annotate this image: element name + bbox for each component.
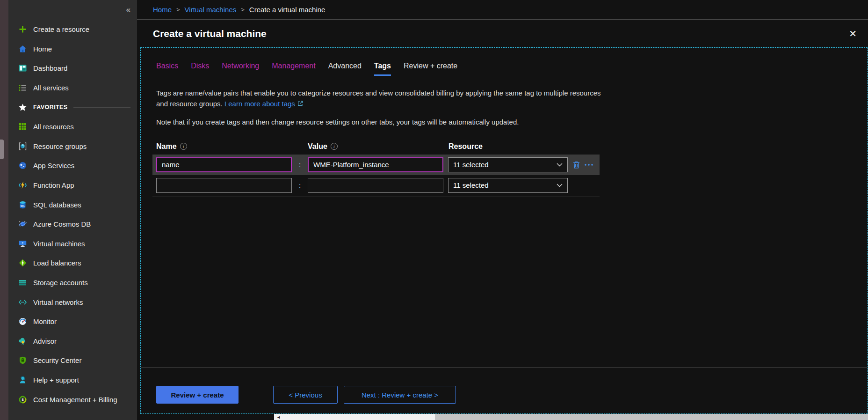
tags-table-header: NameiValueiResource [152,139,867,155]
sidebar-item-label: Azure Cosmos DB [33,220,91,228]
sidebar-item-app-services[interactable]: App Services [8,156,137,176]
sidebar-item-help-support[interactable]: Help + support [8,370,137,390]
grid-icon [18,122,27,131]
tab-management[interactable]: Management [272,62,315,76]
main-area: Home>Virtual machines>Create a virtual m… [137,0,868,420]
horizontal-scrollbar[interactable]: ◄ [274,414,868,420]
resource-select-value: 11 selected [453,161,557,169]
sidebar-item-label: FAVORITES [33,104,68,111]
tag-row: :11 selected [152,175,600,196]
sidebar-item-all-resources[interactable]: All resources [8,117,137,137]
sidebar-item-label: All resources [33,123,74,131]
colon-separator: : [292,161,308,169]
tags-table: NameiValueiResource :11 selected:11 sele… [156,139,867,197]
breadcrumb-item-virtual-machines[interactable]: Virtual machines [185,6,237,14]
review-create-button[interactable]: Review + create [156,386,239,404]
resource-select[interactable]: 11 selected [448,157,568,172]
tab-basics[interactable]: Basics [156,62,178,76]
info-icon[interactable]: i [331,143,338,150]
footer-divider [141,368,868,368]
breadcrumb-item-home[interactable]: Home [153,6,172,14]
window-edge-handle[interactable] [0,140,4,159]
dashboard-icon [18,64,27,73]
sidebar-item-sql-databases[interactable]: SQLSQL databases [8,195,137,214]
help-icon [18,376,27,384]
lightning-icon [18,181,27,190]
shield-icon [18,356,27,365]
svg-text:SQL: SQL [21,205,25,207]
trash-icon[interactable] [572,161,580,169]
row-actions [572,161,593,169]
title-bar: Create a virtual machine ✕ [137,20,868,47]
sidebar-item-label: Create a resource [33,25,89,33]
sidebar-item-function-app[interactable]: Function App [8,176,137,195]
sidebar-item-label: Virtual networks [33,298,83,306]
sidebar-item-security-center[interactable]: Security Center [8,351,137,370]
tab-advanced[interactable]: Advanced [328,62,362,76]
ellipsis-icon[interactable] [584,163,593,166]
sidebar: « Create a resourceHomeDashboardAll serv… [8,0,137,420]
tag-value-input[interactable] [308,157,443,172]
vm-monitor-icon [18,239,27,248]
sidebar-item-home[interactable]: Home [8,39,137,59]
sidebar-item-create-a-resource[interactable]: Create a resource [8,20,137,39]
sidebar-item-label: App Services [33,162,74,169]
tag-value-input[interactable] [308,178,443,193]
sidebar-item-label: Virtual machines [33,240,85,248]
plus-icon [18,25,27,34]
all-services-icon [18,83,27,92]
resource-select-value: 11 selected [453,181,557,189]
sidebar-item-label: Dashboard [33,64,67,72]
column-header-name: Namei [156,142,308,151]
sidebar-item-label: Advisor [33,337,57,345]
scrollbar-thumb[interactable] [435,414,868,420]
wizard-tabs: BasicsDisksNetworkingManagementAdvancedT… [156,62,867,76]
learn-more-link[interactable]: Learn more about tags [224,100,295,108]
close-icon[interactable]: ✕ [846,27,860,40]
sidebar-item-label: SQL databases [33,201,81,209]
footer-buttons: Review + create < Previous Next : Review… [156,386,456,404]
sidebar-item-label: Storage accounts [33,279,88,287]
tab-review-create[interactable]: Review + create [404,62,457,76]
planet-icon [18,220,27,228]
sidebar-item-all-services[interactable]: All services [8,78,137,98]
sidebar-item-resource-groups[interactable]: Resource groups [8,137,137,156]
resource-select[interactable]: 11 selected [448,178,568,193]
tag-name-input[interactable] [156,157,292,172]
breadcrumb-separator: > [176,6,180,13]
section-divider [73,107,130,108]
sidebar-item-monitor[interactable]: Monitor [8,312,137,332]
sidebar-item-label: Resource groups [33,142,87,150]
sidebar-item-label: Function App [33,181,74,189]
breadcrumb-item-create-a-virtual-machine: Create a virtual machine [249,6,326,14]
scroll-left-icon[interactable]: ◄ [276,414,281,420]
sidebar-item-label: Help + support [33,376,79,384]
sidebar-item-label: All services [33,84,69,92]
svg-text:$: $ [22,398,24,402]
sidebar-item-label: Load balancers [33,259,81,267]
sidebar-item-storage-accounts[interactable]: Storage accounts [8,273,137,293]
sidebar-collapse-button[interactable]: « [126,6,130,14]
database-icon: SQL [18,200,27,209]
tab-tags[interactable]: Tags [374,62,391,76]
tab-disks[interactable]: Disks [191,62,209,76]
azure-portal: « Create a resourceHomeDashboardAll serv… [0,0,868,420]
next-button[interactable]: Next : Review + create > [344,386,456,404]
info-icon[interactable]: i [180,143,187,150]
tags-note: Note that if you create tags and then ch… [156,118,867,126]
sidebar-item-dashboard[interactable]: Dashboard [8,59,137,78]
sidebar-item-label: Monitor [33,317,57,325]
sidebar-item-load-balancers[interactable]: Load balancers [8,253,137,273]
previous-button[interactable]: < Previous [273,386,338,404]
sidebar-item-virtual-networks[interactable]: Virtual networks [8,292,137,312]
sidebar-item-azure-cosmos-db[interactable]: Azure Cosmos DB [8,214,137,234]
storage-icon [18,278,27,287]
load-balancer-icon [18,258,27,267]
sidebar-item-virtual-machines[interactable]: Virtual machines [8,234,137,254]
gauge-icon [18,317,27,326]
sidebar-item-advisor[interactable]: Advisor [8,332,137,351]
tab-networking[interactable]: Networking [222,62,259,76]
tag-name-input[interactable] [156,178,292,193]
external-link-icon [297,99,304,110]
sidebar-item-cost-management-billing[interactable]: $Cost Management + Billing [8,390,137,409]
